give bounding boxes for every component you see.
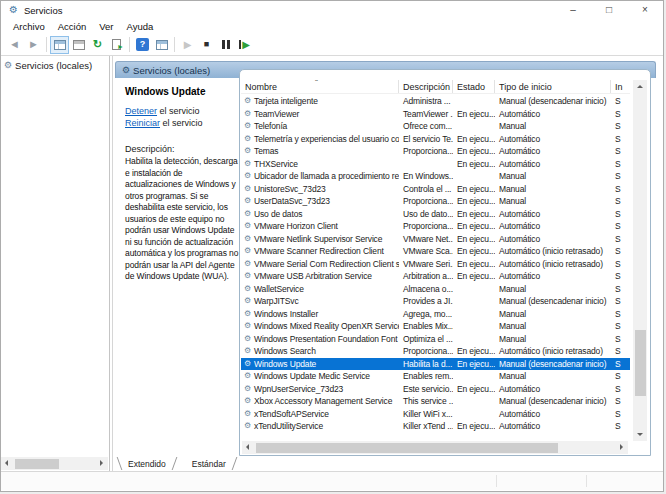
table-row[interactable]: ⚙VMware Serial Com Redirection Client se… [241, 258, 630, 271]
export-list-button[interactable]: ► [107, 36, 126, 54]
refresh-button[interactable]: ↻ [88, 36, 107, 54]
tree-item-servicios-locales[interactable]: ⚙ Servicios (locales) [1, 58, 109, 73]
service-status-cell [453, 283, 495, 296]
table-row[interactable]: ⚙xTendUtilityServiceKiller xTend ...En e… [241, 420, 630, 433]
table-row[interactable]: ⚙Windows InstallerAgrega, mo...ManualS [241, 308, 630, 321]
table-row[interactable]: ⚙WpnUserService_73d23Este servicio...En … [241, 383, 630, 396]
properties-button[interactable] [69, 36, 88, 54]
table-row[interactable]: ⚙TeamViewerTeamViewer ...En ejecu...Auto… [241, 108, 630, 121]
start-service-button[interactable]: ▶ [178, 36, 197, 54]
help-button[interactable]: ? [133, 36, 152, 54]
restart-service-button[interactable]: ▶ [235, 36, 254, 54]
service-logon-cell: S [611, 245, 630, 258]
pane-splitter[interactable] [111, 56, 113, 471]
table-row[interactable]: ⚙Windows UpdateHabilita la d...En ejecu.… [241, 358, 630, 371]
service-startup-type-cell: Automático [495, 108, 611, 121]
service-status-cell: En ejecu... [453, 195, 495, 208]
menu-archivo[interactable]: Archivo [13, 21, 45, 32]
table-row[interactable]: ⚙VMware Netlink Supervisor ServiceVMware… [241, 233, 630, 246]
service-logon-cell: S [611, 133, 630, 146]
service-description-cell: Este servicio... [399, 383, 453, 396]
table-row[interactable]: ⚙UnistoreSvc_73d23Controla el ...En ejec… [241, 183, 630, 196]
menu-ayuda[interactable]: Ayuda [126, 21, 153, 32]
service-name-cell: ⚙Telefonía [241, 120, 399, 133]
list-horizontal-scrollbar[interactable] [242, 441, 628, 454]
service-logon-cell: S [611, 320, 630, 333]
table-row[interactable]: ⚙Xbox Accessory Management ServiceThis s… [241, 395, 630, 408]
minimize-button[interactable]: – [555, 1, 591, 19]
table-row[interactable]: ⚙VMware Scanner Redirection ClientVMware… [241, 245, 630, 258]
menu-accion[interactable]: Acción [58, 21, 87, 32]
table-row[interactable]: ⚙TemasProporciona...En ejecu...Automátic… [241, 145, 630, 158]
column-header-estado[interactable]: Estado [453, 80, 495, 93]
service-logon-cell: S [611, 370, 630, 383]
service-gear-icon: ⚙ [244, 172, 251, 180]
task-pane: Windows Update Detener el servicio Reini… [117, 80, 239, 456]
table-row[interactable]: ⚙Windows Presentation Foundation Font ..… [241, 333, 630, 346]
service-name-cell: ⚙WalletService [241, 283, 399, 296]
show-tree-icon [54, 40, 66, 50]
column-header-descripcion[interactable]: Descripción [399, 80, 453, 93]
table-row[interactable]: ⚙Windows Mixed Reality OpenXR ServiceEna… [241, 320, 630, 333]
table-row[interactable]: ⚙Telemetría y experiencias del usuario c… [241, 133, 630, 146]
service-logon-cell: S [611, 333, 630, 346]
pause-service-button[interactable] [216, 36, 235, 54]
service-name-cell: ⚙Windows Mixed Reality OpenXR Service [241, 320, 399, 333]
restart-service-icon: ▶ [239, 40, 250, 50]
table-row[interactable]: ⚙UserDataSvc_73d23Proporciona...En ejecu… [241, 195, 630, 208]
table-row[interactable]: ⚙xTendSoftAPServiceKiller WiFi x...Autom… [241, 408, 630, 421]
table-header: Nombreˆ Descripción Estado Tipo de inici… [241, 80, 630, 94]
toolbar: ◄ ► ↻ ► ? ▶ ■ ▶ [1, 34, 663, 56]
column-header-nombre[interactable]: Nombreˆ [241, 80, 399, 93]
scrollbar-thumb[interactable] [635, 330, 646, 396]
column-header-iniciar[interactable]: In [611, 80, 630, 93]
extended-view-button[interactable] [152, 36, 171, 54]
service-status-cell: En ejecu... [453, 345, 495, 358]
list-vertical-scrollbar[interactable] [633, 80, 647, 441]
service-status-cell: En ejecu... [453, 233, 495, 246]
service-name-cell: ⚙UnistoreSvc_73d23 [241, 183, 399, 196]
tree-horizontal-scrollbar[interactable] [1, 457, 108, 470]
scroll-down-button[interactable] [633, 428, 647, 441]
service-status-cell: En ejecu... [453, 258, 495, 271]
restart-service-link[interactable]: Reiniciar [125, 118, 160, 128]
stop-service-button[interactable]: ■ [197, 36, 216, 54]
scroll-up-button[interactable] [633, 80, 647, 93]
table-row[interactable]: ⚙Windows SearchProporciona...En ejecu...… [241, 345, 630, 358]
table-row[interactable]: ⚙Uso de datosUso de dato...En ejecu...Au… [241, 208, 630, 221]
service-name-cell: ⚙WarpJITSvc [241, 295, 399, 308]
table-row[interactable]: ⚙VMware Horizon ClientProporciona...En e… [241, 220, 630, 233]
scroll-left-button[interactable] [1, 457, 14, 470]
table-row[interactable]: ⚙TelefoníaOfrece com...ManualS [241, 120, 630, 133]
table-row[interactable]: ⚙Ubicador de llamada a procedimiento re.… [241, 170, 630, 183]
show-tree-button[interactable] [50, 36, 69, 54]
service-logon-cell: S [611, 270, 630, 283]
pause-service-icon [222, 40, 230, 49]
service-name-cell: ⚙VMware Scanner Redirection Client [241, 245, 399, 258]
tab-estandar[interactable]: Estándar [179, 457, 239, 471]
scroll-right-button[interactable] [615, 441, 628, 454]
menu-ver[interactable]: Ver [99, 21, 113, 32]
service-name-cell: ⚙Tarjeta inteligente [241, 95, 399, 108]
scrollbar-thumb[interactable] [256, 443, 558, 453]
table-row[interactable]: ⚙THXServiceEn ejecu...AutomáticoS [241, 158, 630, 171]
scroll-left-button[interactable] [242, 441, 255, 454]
scrollbar-thumb[interactable] [15, 459, 59, 469]
maximize-button[interactable]: □ [591, 1, 627, 19]
service-name-cell: ⚙TeamViewer [241, 108, 399, 121]
service-name-cell: ⚙Xbox Accessory Management Service [241, 395, 399, 408]
table-row[interactable]: ⚙Windows Update Medic ServiceEnables rem… [241, 370, 630, 383]
table-row[interactable]: ⚙Tarjeta inteligenteAdministra ...Manual… [241, 95, 630, 108]
forward-button[interactable]: ► [24, 36, 43, 54]
scroll-right-button[interactable] [95, 457, 108, 470]
table-row[interactable]: ⚙WalletServiceAlmacena o...ManualS [241, 283, 630, 296]
close-button[interactable]: × [627, 1, 663, 19]
table-row[interactable]: ⚙WarpJITSvcProvides a JI...Manual (desen… [241, 295, 630, 308]
table-row[interactable]: ⚙VMware USB Arbitration ServiceArbitrati… [241, 270, 630, 283]
stop-service-link[interactable]: Detener [125, 106, 157, 116]
back-button[interactable]: ◄ [5, 36, 24, 54]
column-header-tipo-de-inicio[interactable]: Tipo de inicio [495, 80, 611, 93]
service-description-cell: VMware Net... [399, 233, 453, 246]
service-startup-type-cell: Automático (inicio retrasado) [495, 258, 611, 271]
tab-extendido[interactable]: Extendido [115, 457, 179, 471]
